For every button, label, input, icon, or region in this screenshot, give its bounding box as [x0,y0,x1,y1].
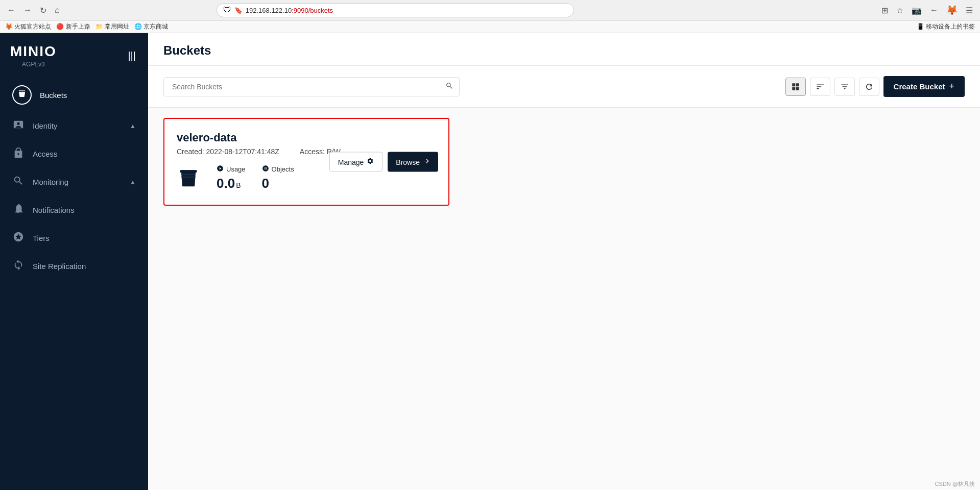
identity-chevron: ▲ [130,122,136,130]
grid-view-button[interactable] [785,78,806,96]
address-bar[interactable]: 🛡 🔖 192.168.122.10:9090/buckets [217,3,574,17]
bucket-icon [17,89,27,101]
monitoring-icon [12,175,25,189]
svg-rect-3 [181,177,196,178]
browser-chrome: ← → ↻ ⌂ 🛡 🔖 192.168.122.10:9090/buckets … [0,0,980,33]
bucket-icon-area [177,164,200,192]
objects-icon [262,165,269,174]
bookmark-common[interactable]: 📁 常用网址 [95,22,129,31]
sidebar-item-tiers[interactable]: Tiers [0,224,148,252]
usage-value: 0.0B [217,176,246,191]
sidebar-header: MINIO AGPLv3 ||| [0,33,148,73]
sidebar-nav: Buckets Identity ▲ Access [0,73,148,490]
toolbar: Create Bucket + [148,66,980,108]
manage-label: Manage [338,158,364,166]
browse-button[interactable]: Browse [388,152,438,172]
objects-label: Objects [262,165,294,174]
sidebar-item-buckets[interactable]: Buckets [0,78,148,112]
back-browser-button[interactable]: ← [928,5,940,16]
search-container [163,77,460,96]
objects-value: 0 [262,176,294,191]
objects-stat: Objects 0 [262,165,294,191]
filter-button[interactable] [834,78,855,96]
sidebar-item-label-notifications: Notifications [33,206,136,214]
logo-area: MINIO AGPLv3 [10,43,57,68]
bucket-name: velero-data [177,131,436,144]
access-icon [12,147,25,161]
browse-label: Browse [396,158,420,166]
bucket-actions: Manage Browse [329,152,438,172]
sidebar: MINIO AGPLv3 ||| Buckets [0,33,148,490]
page-header: Buckets [148,33,980,66]
logo-text: MINIO [10,43,57,60]
usage-icon [217,165,224,174]
logo-version: AGPLv3 [22,61,45,68]
forward-button[interactable]: → [21,5,34,16]
reload-button[interactable]: ↻ [38,5,49,16]
manage-button[interactable]: Manage [329,152,383,172]
footer-watermark: CSDN @林凡侠 [935,480,975,488]
tiers-icon [12,231,25,245]
app-container: MINIO AGPLv3 ||| Buckets [0,33,980,490]
monitoring-chevron: ▲ [130,179,136,186]
sidebar-item-access[interactable]: Access [0,140,148,168]
sidebar-item-identity[interactable]: Identity ▲ [0,112,148,140]
bookmark-firefox[interactable]: 🦊 火狐官方站点 [5,22,51,31]
search-input[interactable] [163,77,460,96]
site-replication-icon [12,259,25,273]
browser-toolbar: ← → ↻ ⌂ 🛡 🔖 192.168.122.10:9090/buckets … [0,0,980,20]
bucket-created: Created: 2022-08-12T07:41:48Z [177,148,279,156]
usage-stat: Usage 0.0B [217,165,246,191]
menu-button[interactable]: ☰ [964,5,975,16]
svg-rect-1 [180,170,197,172]
buckets-area: velero-data Created: 2022-08-12T07:41:48… [148,108,980,490]
bucket-card-velero-data: velero-data Created: 2022-08-12T07:41:48… [163,118,449,206]
sidebar-item-label-site-replication: Site Replication [33,262,136,271]
sidebar-item-label-access: Access [33,150,136,158]
sidebar-item-label-identity: Identity [33,121,122,130]
manage-gear-icon [367,158,374,166]
browser-right-icons: ⊞ ☆ 📷 ← 🦊 ☰ [879,4,975,17]
back-button[interactable]: ← [5,5,17,16]
identity-icon [12,119,25,133]
page-title: Buckets [163,43,965,58]
security-icon: 🛡 [223,6,231,15]
svg-rect-2 [181,174,196,175]
sidebar-item-label-buckets: Buckets [40,91,136,100]
toolbar-right: Create Bucket + [785,76,965,97]
sidebar-item-label-monitoring: Monitoring [33,178,122,186]
address-text: 192.168.122.10:9090/buckets [246,7,567,14]
screenshot-button[interactable]: 📷 [910,5,924,16]
sidebar-item-notifications[interactable]: Notifications [0,196,148,224]
search-button[interactable] [445,82,453,92]
refresh-button[interactable] [859,78,879,96]
usage-label: Usage [217,165,246,174]
home-button[interactable]: ⌂ [53,5,62,16]
sort-button[interactable] [810,78,830,96]
create-bucket-button[interactable]: Create Bucket + [883,76,965,97]
sidebar-item-label-tiers: Tiers [33,234,136,242]
buckets-icon-circle [12,85,32,105]
mobile-bookmarks[interactable]: 📱 移动设备上的书签 [917,22,975,31]
bookmark-jd[interactable]: 🌐 京东商城 [134,22,168,31]
create-bucket-plus-icon: + [949,81,954,92]
bookmarks-bar: 🦊 火狐官方站点 🔴 新手上路 📁 常用网址 🌐 京东商城 📱 移动设备上的书签 [0,20,980,33]
sidebar-item-site-replication[interactable]: Site Replication [0,252,148,280]
bookmark-star-button[interactable]: ☆ [894,5,905,16]
bookmark-newbie[interactable]: 🔴 新手上路 [56,22,90,31]
browse-arrow-icon [423,158,430,166]
sidebar-toggle-button[interactable]: ||| [126,48,138,64]
extensions-button[interactable]: ⊞ [879,5,890,16]
firefox-icon[interactable]: 🦊 [944,4,960,17]
main-content: Buckets [148,33,980,490]
create-bucket-label: Create Bucket [894,82,945,91]
notifications-icon [12,203,25,217]
sidebar-item-monitoring[interactable]: Monitoring ▲ [0,168,148,196]
address-icon: 🔖 [234,7,243,14]
